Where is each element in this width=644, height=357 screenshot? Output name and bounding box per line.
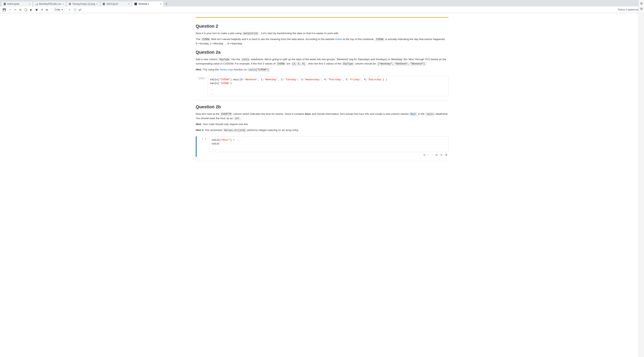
- tab-close-berkeley[interactable]: ✕: [62, 3, 64, 5]
- code-empty-line-2: calls: [212, 142, 446, 146]
- move-up-action[interactable]: ↑: [427, 153, 430, 157]
- tab-label: BerkeleyPDCalls.csv: [39, 2, 61, 5]
- output-dots-1: ...: [210, 88, 446, 91]
- delete-action[interactable]: 🗑: [444, 153, 448, 157]
- calls-cvdow-code: calls["CVDOW"]: [248, 68, 270, 72]
- code-empty-line-1: calls["Hour"] = ...: [212, 138, 446, 142]
- new-tab-button[interactable]: +: [164, 1, 169, 6]
- add-cell-button[interactable]: ＋: [8, 7, 12, 12]
- markdown-question2b: Question 2b Now let's look at the EVENTT…: [196, 104, 448, 132]
- fast-forward-button[interactable]: ⏭: [45, 7, 50, 12]
- code-line-2: calls['CVDOW']: [210, 81, 446, 85]
- panel-icon-2[interactable]: ⚙: [640, 7, 643, 11]
- array-code-1: [3, 6, 0]: [291, 62, 306, 66]
- terminal-icon: ⬛: [134, 2, 137, 5]
- cell-95-code[interactable]: calls["CVDOW"].map({0:'Weekend', 1:'Week…: [208, 76, 448, 87]
- notebook-container[interactable]: Question 2 Now it is your turn to make a…: [0, 13, 644, 356]
- cell-empty-body: calls["Hour"] = ... calls ... ⧉ ↑ ↓ ⊞ ⇅: [209, 136, 448, 157]
- kernel-label: Python 3 (ipykernel): [618, 8, 639, 11]
- series-str-code: Series.str[ind]: [223, 129, 246, 132]
- question2-heading: Question 2: [196, 24, 448, 29]
- cut-button[interactable]: ✂: [13, 7, 18, 12]
- paste-button[interactable]: 📋: [23, 7, 28, 12]
- merge-action[interactable]: ⊞: [434, 153, 438, 157]
- cell-actions: ⧉ ↑ ↓ ⊞ ⇅ 🗑: [209, 153, 448, 157]
- question2b-heading: Question 2b: [196, 104, 448, 109]
- hint-label-2: Hint:: [196, 123, 202, 126]
- question2a-p1: Add a new column DayType into the calls …: [196, 57, 448, 66]
- question2b-p1: Now let's look at the EVENTTM column whi…: [196, 112, 448, 120]
- daytype-code-2: DayType: [342, 62, 354, 66]
- tab-close-numpy[interactable]: ✕: [96, 3, 98, 5]
- markdown-question2a: Question 2a Add a new column DayType int…: [196, 50, 448, 72]
- tab-close-hw04[interactable]: ✕: [29, 3, 30, 5]
- tab-label: hw04.ipynb: [7, 2, 19, 5]
- hint2-label: Hint 2:: [196, 129, 204, 132]
- output-dots-2: ...: [210, 92, 446, 95]
- eventtm-code: EVENTTM: [220, 112, 232, 116]
- interrupt-button[interactable]: ⏹: [34, 7, 39, 12]
- series-map-link[interactable]: Series.map: [220, 68, 233, 71]
- move-down-action[interactable]: ↓: [431, 153, 434, 157]
- code-type-label: Code: [55, 8, 60, 11]
- matplotlib-code: matplotlib: [242, 32, 259, 35]
- cell-95-body: calls["CVDOW"].map({0:'Weekend', 1:'Week…: [208, 76, 448, 96]
- notebook-icon: 📓: [3, 2, 6, 5]
- question2a-hint: Hint: *Try using the Series.map function…: [196, 67, 448, 72]
- right-panel: ⚙ ⚙: [638, 0, 644, 356]
- daytype-code: DayType: [218, 58, 230, 61]
- save-button[interactable]: 💾: [2, 7, 7, 12]
- hour-bold: hour: [305, 112, 311, 115]
- copy-cell-button[interactable]: ⧉: [18, 7, 22, 12]
- run-button[interactable]: ▶: [29, 7, 33, 12]
- cell-empty-code[interactable]: calls["Hour"] = ... calls: [210, 136, 448, 147]
- git-label: git: [79, 8, 81, 11]
- cvdow-code-1: CVDOW: [201, 38, 210, 41]
- toolbar: 💾 ＋ ✂ ⧉ 📋 ▶ ⏹ ↺ ⏭ Code ▾ ≡ 🕐 git Python …: [0, 6, 644, 13]
- tab-berkeley[interactable]: 📊 BerkeleyPDCalls.csv ✕: [33, 1, 66, 6]
- settings-icon[interactable]: ⚙: [640, 1, 643, 5]
- output-dots-3: ...: [212, 148, 446, 151]
- tab-nb03[interactable]: 📓 nb03.ipynb ✕: [100, 1, 132, 6]
- cell-empty[interactable]: calls["Hour"] = ... calls ...: [209, 136, 448, 152]
- tab-label: nb03.ipynb: [106, 2, 118, 5]
- hint-label-1: Hint:: [196, 68, 202, 71]
- table-icon[interactable]: ≡: [68, 7, 72, 12]
- cvdow-code-3: CVDOW: [276, 62, 286, 66]
- tab-close-terminal[interactable]: ✕: [160, 3, 162, 5]
- notebook-icon-2: 📓: [102, 2, 105, 5]
- section-divider-1: [196, 100, 448, 100]
- cell-95-number: *[95]:: [196, 76, 208, 96]
- int-code: int: [234, 117, 240, 120]
- tab-bar: 📓 hw04.ipynb ✕ 📊 BerkeleyPDCalls.csv ✕ 🖼…: [0, 0, 644, 6]
- cell-empty-output: ...: [210, 147, 448, 152]
- question2b-hint1: Hint: Your code should only require one …: [196, 122, 448, 126]
- code-type-selector[interactable]: Code ▾: [53, 8, 64, 12]
- question2a-heading: Question 2a: [196, 50, 448, 55]
- question2-p2: The CVDOW field isn't named helpfully an…: [196, 37, 448, 46]
- array-code-2: ["Weekday", "Weekend", "Weekend"]: [376, 62, 426, 66]
- copy-cell-action[interactable]: ⧉: [423, 153, 426, 157]
- hour-code-blue: Hour: [409, 112, 418, 116]
- tab-hw04[interactable]: 📓 hw04.ipynb ✕: [1, 1, 33, 6]
- cell-95-output-2: ...: [208, 91, 448, 96]
- tab-terminal[interactable]: ⬛ Terminal 1 ✕: [132, 1, 164, 6]
- tab-numpy[interactable]: 🖼 NumpyArrays (1).png ✕: [66, 1, 100, 6]
- question2-p1: Now it is your turn to make a plot using…: [196, 31, 448, 35]
- tab-close-nb03[interactable]: ✕: [128, 3, 130, 5]
- cell-95-wrapper: *[95]: calls["CVDOW"].map({0:'Weekend', …: [196, 76, 448, 96]
- notebook-content: Question 2 Now it is your turn to make a…: [184, 13, 460, 169]
- calls-code-2: calls: [425, 112, 435, 116]
- csv-icon: 📊: [35, 2, 38, 5]
- restart-button[interactable]: ↺: [40, 7, 44, 12]
- cell-empty-wrapper: [ ]: calls["Hour"] = ... calls ... ⧉: [196, 136, 448, 157]
- cell-95-output: ...: [208, 87, 448, 91]
- clock-icon[interactable]: 🕐: [72, 7, 78, 12]
- linked-link[interactable]: linked: [335, 38, 342, 41]
- markdown-question2: Question 2 Now it is your turn to make a…: [196, 24, 448, 46]
- split-action[interactable]: ⇅: [439, 153, 443, 157]
- cell-95[interactable]: calls["CVDOW"].map({0:'Weekend', 1:'Week…: [208, 76, 448, 96]
- image-icon: 🖼: [68, 2, 71, 5]
- active-cell-indicator: [196, 136, 196, 157]
- separator-1: [51, 8, 51, 12]
